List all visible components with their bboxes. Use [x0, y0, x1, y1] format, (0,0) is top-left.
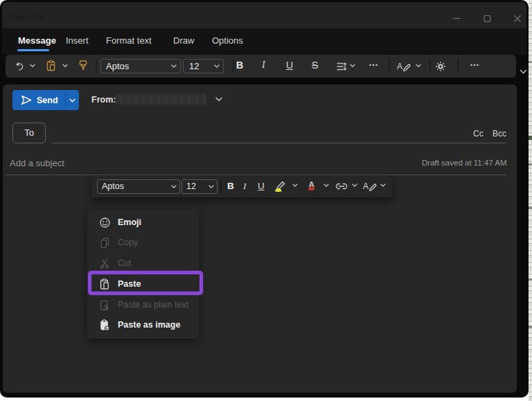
- svg-text:A: A: [363, 181, 369, 191]
- svg-text:A: A: [104, 303, 108, 310]
- svg-text:A: A: [397, 62, 402, 71]
